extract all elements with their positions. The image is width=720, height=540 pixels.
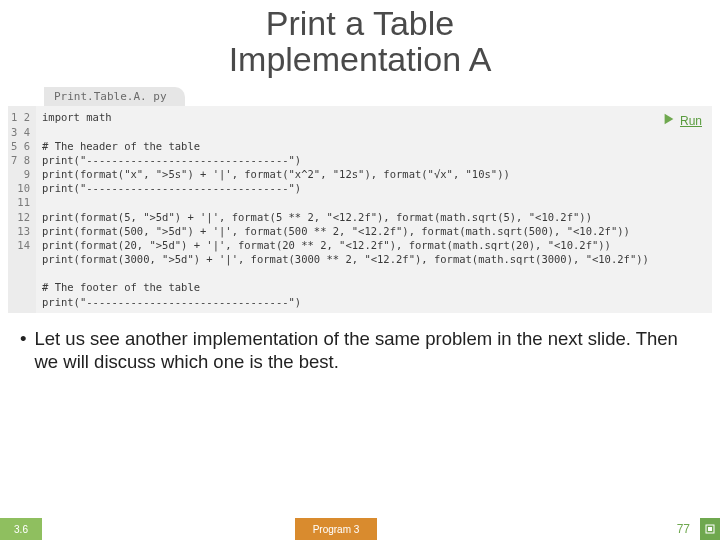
code-block: 1 2 3 4 5 6 7 8 9 10 11 12 13 14 import … bbox=[8, 106, 712, 312]
footer-page: 77 bbox=[630, 518, 700, 540]
footer-spacer bbox=[42, 518, 295, 540]
footer-section: 3.6 bbox=[0, 518, 42, 540]
footer-program: Program 3 bbox=[295, 518, 378, 540]
bullet-text: Let us see another implementation of the… bbox=[34, 327, 700, 373]
run-button[interactable]: Run bbox=[662, 112, 702, 129]
footer-corner-icon[interactable] bbox=[700, 518, 720, 540]
title-line-2: Implementation A bbox=[0, 42, 720, 78]
file-tab[interactable]: Print.Table.A. py bbox=[44, 87, 185, 106]
body-text: • Let us see another implementation of t… bbox=[20, 327, 700, 373]
slide-footer: 3.6 Program 3 77 bbox=[0, 518, 720, 540]
title-line-1: Print a Table bbox=[0, 6, 720, 42]
slide-title: Print a Table Implementation A bbox=[0, 6, 720, 77]
svg-marker-0 bbox=[665, 114, 674, 125]
bullet-dot: • bbox=[20, 327, 26, 373]
file-tab-row: Print.Table.A. py bbox=[44, 87, 720, 106]
run-label: Run bbox=[680, 114, 702, 128]
footer-spacer bbox=[377, 518, 630, 540]
code-content: import math # The header of the table pr… bbox=[36, 106, 712, 312]
play-icon bbox=[662, 112, 676, 129]
line-number-gutter: 1 2 3 4 5 6 7 8 9 10 11 12 13 14 bbox=[8, 106, 36, 312]
svg-rect-2 bbox=[708, 527, 712, 531]
